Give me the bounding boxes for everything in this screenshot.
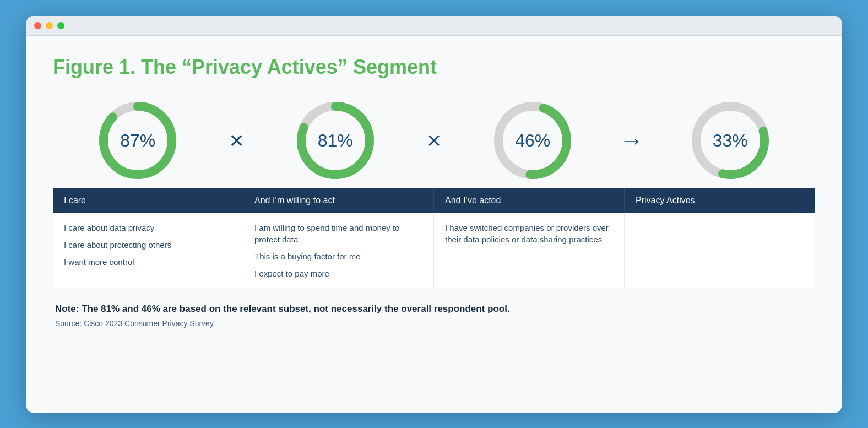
donut-label-81: 81% [318, 130, 353, 150]
operator-3: → [612, 127, 651, 154]
col1-item-2: I care about protecting others [64, 239, 232, 251]
table-header-row: I care And I’m willing to act And I’ve a… [53, 188, 815, 213]
col2-item-2: This is a buying factor for me [254, 251, 422, 262]
note-section: Note: The 81% and 46% are based on the r… [53, 304, 815, 328]
col2-item-1: I am willing to spend time and money to … [254, 222, 422, 245]
donut-label-87: 87% [120, 130, 155, 150]
donut-label-33: 33% [713, 130, 748, 150]
table-body: I care about data privacy I care about p… [53, 213, 815, 288]
close-dot[interactable] [34, 22, 41, 29]
header-cell-2: And I’m willing to act [243, 188, 434, 213]
note-text: Note: The 81% and 46% are based on the r… [55, 304, 813, 315]
donut-87: 87% [94, 96, 182, 185]
col2-item-3: I expect to pay more [254, 268, 422, 279]
body-cell-col3: I have switched companies or providers o… [434, 213, 625, 288]
body-cell-col1: I care about data privacy I care about p… [53, 213, 243, 288]
col1-item-1: I care about data privacy [64, 222, 232, 234]
minimize-dot[interactable] [46, 22, 53, 29]
browser-window: Figure 1. The “Privacy Actives” Segment … [26, 16, 842, 413]
donut-46: 46% [489, 96, 577, 185]
col3-item-1: I have switched companies or providers o… [445, 222, 613, 245]
chart-col-1: 87% [58, 96, 218, 185]
col1-item-3: I want more control [64, 256, 232, 268]
main-content: Figure 1. The “Privacy Actives” Segment … [26, 36, 842, 413]
body-cell-col2: I am willing to spend time and money to … [243, 213, 434, 288]
header-cell-1: I care [53, 188, 243, 213]
titlebar [26, 16, 842, 36]
header-cell-3: And I’ve acted [434, 188, 625, 213]
figure-section: 87% × 81% × [53, 96, 815, 288]
source-text: Source: Cisco 2023 Consumer Privacy Surv… [55, 319, 813, 328]
page-title: Figure 1. The “Privacy Actives” Segment [53, 56, 815, 79]
donut-label-46: 46% [515, 130, 550, 150]
chart-col-2: 81% [256, 96, 415, 185]
chart-col-3: 46% [453, 96, 612, 185]
operator-1: × [218, 127, 256, 154]
donut-33: 33% [686, 96, 774, 185]
header-cell-4: Privacy Actives [625, 188, 815, 213]
operator-2: × [415, 127, 453, 154]
donut-81: 81% [291, 96, 379, 185]
zoom-dot[interactable] [57, 22, 64, 29]
body-cell-col4 [625, 213, 815, 288]
chart-col-4: 33% [651, 96, 810, 185]
data-table: I care And I’m willing to act And I’ve a… [53, 188, 815, 288]
charts-row: 87% × 81% × [53, 96, 815, 185]
